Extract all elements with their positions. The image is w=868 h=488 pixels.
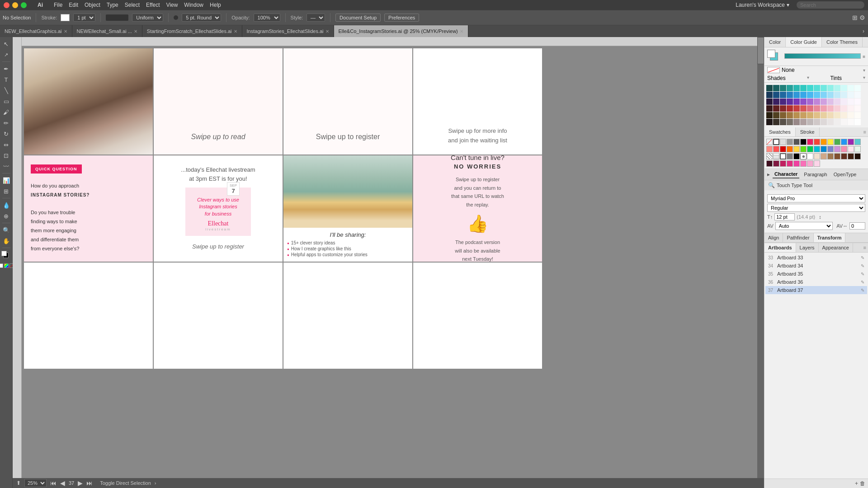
vertical-scrollbar[interactable] bbox=[757, 37, 764, 480]
eyedropper-tool[interactable]: 💧 bbox=[1, 200, 11, 210]
tab-1[interactable]: NEW_EllechatGraphics.ai ✕ bbox=[0, 25, 72, 37]
shade-cell[interactable] bbox=[807, 85, 813, 91]
swatch-dr2[interactable] bbox=[773, 160, 779, 167]
pencil-tool[interactable]: ✏ bbox=[1, 118, 11, 128]
swatch-black2[interactable] bbox=[793, 153, 800, 160]
menu-effect[interactable]: Effect bbox=[146, 2, 160, 8]
swatch-reg[interactable]: ⊕ bbox=[800, 153, 807, 160]
artboard-11[interactable] bbox=[283, 263, 412, 369]
shade-cell[interactable] bbox=[793, 85, 800, 91]
shade-cell[interactable] bbox=[827, 85, 834, 91]
shade-cell[interactable] bbox=[848, 119, 854, 125]
tab-swatches[interactable]: Swatches bbox=[764, 127, 796, 136]
shade-cell[interactable] bbox=[841, 112, 847, 118]
swatch-dr4[interactable] bbox=[787, 160, 793, 167]
color-adjust-icon-1[interactable]: ≡ bbox=[863, 54, 865, 59]
shade-cell[interactable] bbox=[821, 112, 827, 118]
vertical-scrollbar-thumb[interactable] bbox=[757, 37, 764, 64]
workspace-chevron[interactable]: ▾ bbox=[787, 2, 789, 8]
tab-appearance[interactable]: Appearance bbox=[819, 243, 853, 252]
shade-cell[interactable] bbox=[834, 105, 840, 112]
artboard-list-item-36[interactable]: 36 Artboard 36 ✎ bbox=[765, 278, 867, 286]
swatch-gray[interactable] bbox=[787, 139, 793, 145]
shade-cell[interactable] bbox=[821, 105, 827, 112]
shade-cell[interactable] bbox=[807, 99, 813, 105]
toggle-expand-icon[interactable]: › bbox=[155, 480, 156, 486]
shades-expand[interactable]: ▾ bbox=[807, 75, 809, 81]
paintbrush-tool[interactable]: 🖌 bbox=[1, 107, 11, 117]
fill-stroke-preview[interactable] bbox=[767, 50, 783, 63]
tab-paragraph[interactable]: Paragraph bbox=[802, 171, 829, 178]
swatch-o1[interactable] bbox=[787, 146, 793, 152]
shade-cell[interactable] bbox=[793, 99, 800, 105]
menu-file[interactable]: File bbox=[54, 2, 62, 8]
artboard-list-item-34[interactable]: 34 Artboard 34 ✎ bbox=[765, 262, 867, 270]
tab-4[interactable]: InstagramStories_EllechatSlides.ai ✕ bbox=[242, 25, 334, 37]
shade-cell[interactable] bbox=[841, 119, 847, 125]
shade-cell[interactable] bbox=[793, 119, 800, 125]
artboards-menu-icon[interactable]: ≡ bbox=[863, 245, 866, 250]
shade-cell[interactable] bbox=[807, 105, 813, 112]
artboard-tool[interactable]: ⊞ bbox=[1, 186, 11, 196]
tab-character[interactable]: Character bbox=[773, 170, 799, 178]
shade-cell[interactable] bbox=[780, 99, 786, 105]
swatch-lt-rose[interactable] bbox=[814, 160, 820, 167]
artboard-list-icon-37[interactable]: ✎ bbox=[861, 288, 864, 293]
first-artboard-button[interactable]: ⏮ bbox=[50, 479, 57, 487]
swatch-pk2[interactable] bbox=[848, 146, 854, 152]
tints-expand[interactable]: ▾ bbox=[863, 75, 865, 81]
prev-artboard-button[interactable]: ◀ bbox=[60, 479, 65, 487]
shade-cell[interactable] bbox=[773, 85, 779, 91]
menu-object[interactable]: Object bbox=[85, 2, 100, 8]
rect-tool[interactable]: ▭ bbox=[1, 96, 11, 106]
shade-cell[interactable] bbox=[766, 92, 773, 98]
shade-cell[interactable] bbox=[821, 119, 827, 125]
artboard-4[interactable]: Swipe up for more infoand join the waiti… bbox=[413, 48, 542, 155]
shade-cell[interactable] bbox=[841, 99, 847, 105]
shade-cell[interactable] bbox=[848, 85, 854, 91]
artboard-9[interactable] bbox=[24, 263, 153, 369]
swatch-brown2[interactable] bbox=[834, 153, 840, 160]
shade-cell[interactable] bbox=[848, 112, 854, 118]
menu-help[interactable]: Help bbox=[210, 2, 221, 8]
shade-cell[interactable] bbox=[834, 112, 840, 118]
global-search-input[interactable] bbox=[797, 1, 864, 9]
artboard-6[interactable]: ...today's Ellechat livestreamat 3pm EST… bbox=[154, 155, 283, 262]
hand-tool[interactable]: ✋ bbox=[1, 236, 11, 246]
swatch-white[interactable] bbox=[773, 139, 779, 145]
artboard-3[interactable]: Swipe up to register bbox=[283, 48, 412, 155]
swatch-tan[interactable] bbox=[821, 153, 827, 160]
swatch-r3[interactable] bbox=[780, 146, 786, 152]
shade-cell[interactable] bbox=[807, 112, 813, 118]
stroke-color-swatch[interactable] bbox=[61, 14, 70, 21]
touch-type-tool-button[interactable]: 🔍 Touch Type Tool bbox=[764, 180, 868, 190]
shade-cell[interactable] bbox=[780, 92, 786, 98]
mirror-tool[interactable]: ⇔ bbox=[1, 140, 11, 150]
shade-cell[interactable] bbox=[834, 99, 840, 105]
shade-cell[interactable] bbox=[827, 119, 834, 125]
swatch-red[interactable] bbox=[814, 139, 820, 145]
shade-cell[interactable] bbox=[841, 92, 847, 98]
tabs-overflow-arrow[interactable]: › bbox=[859, 25, 868, 37]
shade-cell[interactable] bbox=[787, 112, 793, 118]
graph-tool[interactable]: 📊 bbox=[1, 175, 11, 185]
swatches-menu-icon[interactable]: ≡ bbox=[863, 129, 866, 135]
pen-tool[interactable]: ✒ bbox=[1, 64, 11, 74]
shade-cell[interactable] bbox=[821, 99, 827, 105]
shade-cell[interactable] bbox=[800, 92, 807, 98]
swatch-orange[interactable] bbox=[821, 139, 827, 145]
artboard-8[interactable]: Can't tune in live? NO WORRIES Swipe up … bbox=[413, 155, 542, 262]
artboard-10[interactable] bbox=[154, 263, 283, 369]
swatch-y1[interactable] bbox=[793, 146, 800, 152]
shade-cell[interactable] bbox=[827, 92, 834, 98]
fill-icon[interactable] bbox=[0, 263, 3, 268]
line-tool[interactable]: ╲ bbox=[1, 85, 11, 95]
swatch-brown4[interactable] bbox=[848, 153, 854, 160]
swatch-hot-pink[interactable] bbox=[793, 160, 800, 167]
shade-cell[interactable] bbox=[834, 85, 840, 91]
artboard-list-icon-35[interactable]: ✎ bbox=[861, 272, 864, 277]
swatch-brown1[interactable] bbox=[827, 153, 834, 160]
shade-cell[interactable] bbox=[793, 105, 800, 112]
color-icon[interactable] bbox=[4, 263, 9, 268]
tab-color[interactable]: Color bbox=[764, 37, 786, 47]
